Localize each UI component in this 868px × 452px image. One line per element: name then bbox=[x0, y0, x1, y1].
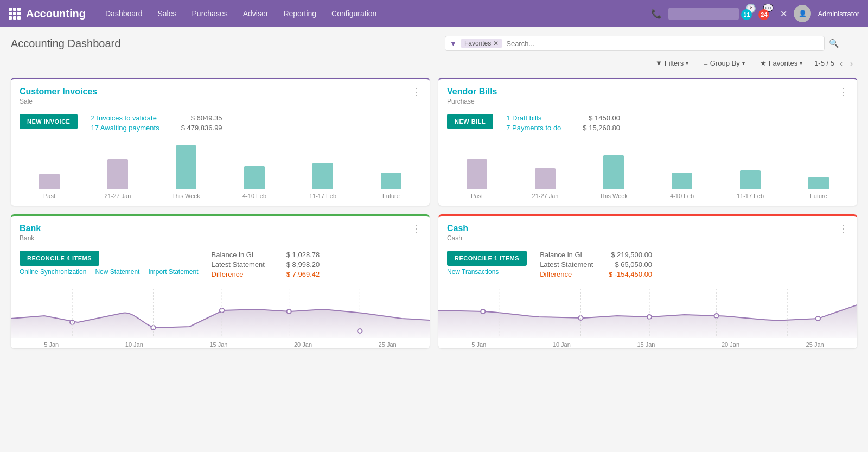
bar[interactable] bbox=[603, 155, 624, 189]
bills-info-row-2: 7 Payments to do $ 15,260.80 bbox=[506, 124, 620, 132]
bar[interactable] bbox=[740, 170, 761, 189]
import-statement-link[interactable]: Import Statement bbox=[148, 268, 198, 276]
phone-icon[interactable]: 📞 bbox=[651, 9, 662, 19]
bar-group bbox=[312, 163, 333, 189]
prev-page-button[interactable]: ‹ bbox=[838, 58, 845, 69]
payments-todo-value: $ 15,260.80 bbox=[583, 124, 620, 132]
cash-menu[interactable]: ⋮ bbox=[839, 224, 848, 233]
filter-tag-remove[interactable]: ✕ bbox=[493, 40, 499, 47]
cash-chart-point-5 bbox=[816, 316, 820, 321]
bar[interactable] bbox=[244, 166, 265, 189]
cash-diff-label: Difference bbox=[540, 270, 572, 278]
customer-invoices-bars bbox=[15, 141, 425, 189]
vendor-bills-subtitle: Purchase bbox=[447, 98, 497, 105]
bar[interactable] bbox=[107, 159, 128, 189]
bank-title-block: Bank Bank bbox=[20, 224, 41, 242]
cash-info-row-1: Balance in GL $ 219,500.00 bbox=[540, 251, 652, 259]
new-bill-button[interactable]: NEW BILL bbox=[447, 114, 493, 129]
topnav-right: 📞 🕐 11 💬 24 ✕ 👤 Administrator bbox=[651, 3, 859, 24]
app-logo[interactable]: Accounting bbox=[9, 8, 86, 20]
customer-invoices-card: Customer Invoices Sale ⋮ NEW INVOICE 2 I… bbox=[11, 78, 430, 206]
bank-menu[interactable]: ⋮ bbox=[411, 224, 421, 233]
bank-label-3: 15 Jan bbox=[209, 341, 227, 348]
search-button[interactable]: 🔍 bbox=[829, 39, 839, 48]
invoices-validate-value: $ 6049.35 bbox=[191, 114, 222, 122]
favorites-filter-tag[interactable]: Favorites ✕ bbox=[461, 39, 502, 48]
invoices-awaiting-label[interactable]: 17 Awaiting payments bbox=[91, 124, 159, 132]
menu-configuration[interactable]: Configuration bbox=[325, 6, 383, 21]
cash-statement-label: Latest Statement bbox=[540, 260, 593, 269]
customer-invoices-menu[interactable]: ⋮ bbox=[411, 87, 421, 97]
page-title: Accounting Dashboard bbox=[11, 37, 120, 50]
online-sync-link[interactable]: Online Synchronization bbox=[20, 268, 86, 276]
reconcile-cash-button[interactable]: RECONCILE 1 ITEMS bbox=[447, 251, 527, 266]
bank-label-1: 5 Jan bbox=[44, 341, 59, 348]
customer-invoices-info: 2 Invoices to validate $ 6049.35 17 Awai… bbox=[91, 114, 222, 132]
cash-chart-svg bbox=[438, 289, 857, 338]
invoices-validate-label[interactable]: 2 Invoices to validate bbox=[91, 114, 156, 122]
menu-dashboard[interactable]: Dashboard bbox=[99, 6, 149, 21]
draft-bills-label[interactable]: 1 Draft bills bbox=[506, 114, 541, 122]
bank-chart-labels: 5 Jan 10 Jan 15 Jan 20 Jan 25 Jan bbox=[11, 339, 430, 348]
vendor-bills-body: NEW BILL 1 Draft bills $ 1450.00 7 Payme… bbox=[438, 109, 857, 137]
filters-button[interactable]: ▼ Filters ▾ bbox=[652, 58, 692, 69]
vendor-bills-menu[interactable]: ⋮ bbox=[839, 87, 848, 97]
bar-label: Past bbox=[33, 193, 66, 199]
cash-header: Cash Cash ⋮ bbox=[438, 216, 857, 245]
reconcile-bank-button[interactable]: RECONCILE 4 ITEMS bbox=[20, 251, 99, 266]
avatar[interactable]: 👤 bbox=[794, 5, 811, 22]
pagination: 1-5 / 5 ‹ › bbox=[814, 58, 855, 69]
bar[interactable] bbox=[467, 159, 487, 189]
bar[interactable] bbox=[176, 145, 196, 189]
menu-reporting[interactable]: Reporting bbox=[277, 6, 323, 21]
bar-group bbox=[244, 166, 265, 189]
next-page-button[interactable]: › bbox=[848, 58, 855, 69]
messages-icon-wrapper: 🕐 11 bbox=[745, 3, 756, 24]
vendor-bills-chart: Past21-27 JanThis Week4-10 Feb11-17 FebF… bbox=[438, 141, 857, 206]
bar[interactable] bbox=[535, 168, 556, 189]
bank-label-2: 10 Jan bbox=[125, 341, 143, 348]
payments-todo-label[interactable]: 7 Payments to do bbox=[506, 124, 561, 132]
bar[interactable] bbox=[39, 174, 60, 189]
new-transactions-link[interactable]: New Transactions bbox=[447, 268, 499, 276]
cash-chart-labels: 5 Jan 10 Jan 15 Jan 20 Jan 25 Jan bbox=[438, 339, 857, 348]
bank-info: Balance in GL $ 1,028.78 Latest Statemen… bbox=[212, 251, 320, 278]
pagination-text: 1-5 / 5 bbox=[814, 59, 834, 67]
bar-group bbox=[39, 174, 60, 189]
search-input[interactable] bbox=[506, 40, 820, 48]
menu-purchases[interactable]: Purchases bbox=[186, 6, 234, 21]
bar[interactable] bbox=[312, 163, 333, 189]
groupby-button[interactable]: ≡ Group By ▾ bbox=[700, 58, 748, 69]
new-statement-link[interactable]: New Statement bbox=[95, 268, 139, 276]
bar-label: 4-10 Feb bbox=[666, 193, 698, 199]
invoice-info-row-2: 17 Awaiting payments $ 479,836.99 bbox=[91, 124, 222, 132]
bar-label: 21-27 Jan bbox=[529, 193, 561, 199]
menu-sales[interactable]: Sales bbox=[151, 6, 183, 21]
bank-info-row-3: Difference $ 7,969.42 bbox=[212, 270, 320, 278]
bank-subtitle: Bank bbox=[20, 234, 41, 242]
close-icon[interactable]: ✕ bbox=[780, 9, 787, 19]
topnav-search[interactable] bbox=[668, 8, 739, 20]
grid-icon bbox=[9, 8, 21, 20]
groupby-icon: ≡ bbox=[704, 59, 708, 67]
cash-links: New Transactions bbox=[447, 268, 527, 276]
bank-chart-svg bbox=[11, 289, 430, 338]
cash-left: RECONCILE 1 ITEMS New Transactions bbox=[447, 251, 527, 279]
bar[interactable] bbox=[381, 173, 401, 189]
cash-line-chart: 5 Jan 10 Jan 15 Jan 20 Jan 25 Jan bbox=[438, 289, 857, 348]
bank-card: Bank Bank ⋮ RECONCILE 4 ITEMS Online Syn… bbox=[11, 214, 430, 348]
bar[interactable] bbox=[672, 173, 692, 189]
bar[interactable] bbox=[808, 177, 829, 189]
bar-label: This Week bbox=[597, 193, 630, 199]
favorites-button[interactable]: ★ Favorites ▾ bbox=[757, 58, 806, 69]
menu-adviser[interactable]: Adviser bbox=[237, 6, 275, 21]
admin-label: Administrator bbox=[818, 10, 859, 18]
new-invoice-button[interactable]: NEW INVOICE bbox=[20, 114, 78, 129]
cash-chart-point-1 bbox=[481, 309, 485, 314]
customer-invoices-bar-labels: Past21-27 JanThis Week4-10 Feb11-17 FebF… bbox=[15, 189, 425, 199]
customer-invoices-header: Customer Invoices Sale ⋮ bbox=[11, 79, 430, 109]
bank-header: Bank Bank ⋮ bbox=[11, 216, 430, 245]
bar-label: 11-17 Feb bbox=[307, 193, 339, 199]
filter-funnel-icon: ▼ bbox=[655, 59, 662, 67]
alerts-badge: 24 bbox=[758, 9, 769, 20]
